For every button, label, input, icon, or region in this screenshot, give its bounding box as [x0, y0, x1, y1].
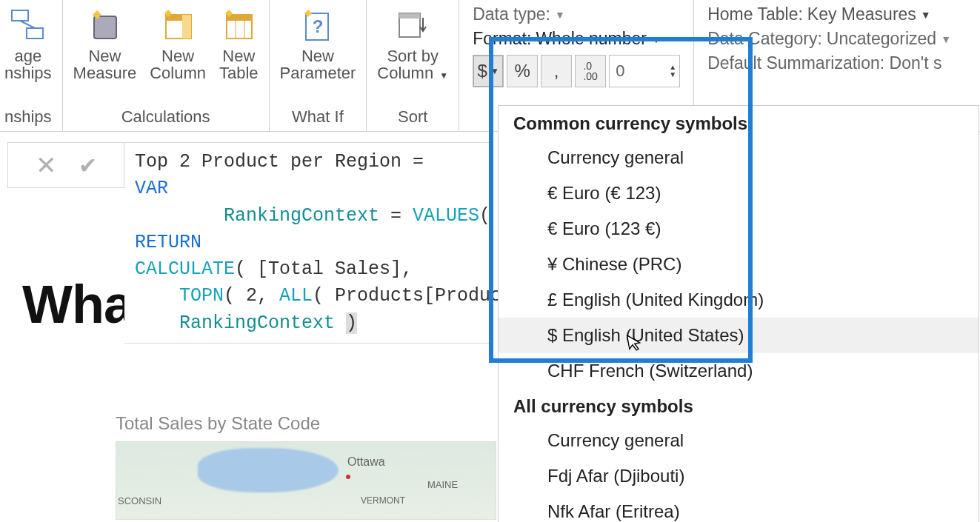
- label: Data type:: [473, 4, 550, 24]
- format-dropdown[interactable]: Format: Whole number ▼: [473, 29, 680, 49]
- sort-by-column-button[interactable]: Sort by Column ▼: [373, 3, 453, 84]
- sort-icon: [393, 6, 432, 44]
- formula-editor[interactable]: Top 2 Product per Region = VAR RankingCo…: [124, 142, 490, 344]
- spinner-arrows[interactable]: ▲▼: [669, 64, 676, 78]
- dropdown-item[interactable]: ¥ Chinese (PRC): [499, 247, 979, 282]
- label: nships: [4, 64, 52, 81]
- currency-dropdown: Common currency symbols Currency general…: [498, 105, 979, 522]
- manage-relationships-button[interactable]: age nships: [0, 3, 56, 84]
- label: Table: [219, 64, 259, 81]
- decimal-places-input[interactable]: 0 ▲▼: [609, 55, 680, 87]
- measure-icon: [85, 6, 124, 44]
- label: Format:: [473, 29, 531, 49]
- new-table-button[interactable]: New Table: [215, 3, 263, 84]
- label: Parameter: [280, 64, 356, 81]
- label: Column ▼: [377, 64, 448, 81]
- map-label: VERMONT: [361, 495, 405, 506]
- chevron-down-icon: ▼: [941, 33, 951, 45]
- ribbon-group-label: nships: [4, 107, 52, 130]
- label: Home Table:: [707, 4, 803, 24]
- svg-line-2: [20, 21, 35, 28]
- new-parameter-button[interactable]: ? New Parameter: [276, 3, 361, 84]
- map-label: SCONSIN: [118, 495, 161, 506]
- cancel-formula-button[interactable]: ✕: [36, 150, 56, 180]
- new-measure-button[interactable]: New Measure: [69, 3, 141, 84]
- dropdown-item[interactable]: € Euro (€ 123): [499, 175, 979, 211]
- label: New: [222, 47, 255, 64]
- dropdown-item[interactable]: Fdj Afar (Djibouti): [499, 458, 979, 494]
- svg-rect-0: [12, 10, 28, 21]
- dropdown-item[interactable]: $ English (United States): [499, 318, 979, 353]
- label: age: [14, 47, 41, 64]
- svg-rect-1: [27, 28, 43, 39]
- commit-formula-button[interactable]: ✔: [79, 153, 97, 178]
- relationships-icon: [9, 6, 47, 44]
- formula-bar-controls: ✕ ✔: [7, 142, 124, 188]
- dropdown-item[interactable]: CHF French (Switzerland): [499, 353, 979, 389]
- svg-rect-14: [399, 13, 420, 19]
- new-column-button[interactable]: New Column: [145, 3, 210, 84]
- thousand-sep-button[interactable]: ,: [541, 55, 572, 87]
- label: Measure: [73, 64, 137, 81]
- ribbon-group-label: What If: [292, 107, 344, 130]
- map-label: Ottawa: [347, 455, 385, 469]
- decimal-value: 0: [616, 61, 624, 81]
- currency-icon: $: [478, 61, 487, 81]
- percent-format-button[interactable]: %: [507, 55, 538, 87]
- chevron-down-icon: ▼: [555, 9, 565, 21]
- data-category-dropdown[interactable]: Data Category: Uncategorized ▼: [707, 29, 951, 49]
- decimals-button[interactable]: .0 .00: [575, 55, 606, 87]
- column-icon: [159, 6, 197, 44]
- home-table-dropdown[interactable]: Home Table: Key Measures ▼: [707, 4, 951, 24]
- default-summarization-dropdown[interactable]: Default Summarization: Don't s: [707, 53, 951, 73]
- svg-text:?: ?: [313, 16, 324, 36]
- map-label: MAINE: [427, 479, 458, 490]
- svg-rect-6: [182, 15, 191, 39]
- label: New: [301, 47, 334, 64]
- label: Data Category:: [707, 29, 822, 49]
- value: Uncategorized: [827, 29, 936, 49]
- label: Sort by: [387, 47, 439, 64]
- label: Column: [150, 64, 206, 81]
- value: Key Measures: [807, 4, 916, 24]
- format-value: Whole number: [536, 29, 647, 49]
- parameter-icon: ?: [299, 6, 337, 44]
- ribbon-group-label: Calculations: [121, 107, 210, 130]
- water-shape: [198, 448, 339, 492]
- label: Default Summarization: Don't s: [707, 53, 941, 73]
- dropdown-section-header: All currency symbols: [499, 389, 979, 423]
- dropdown-item[interactable]: Nfk Afar (Eritrea): [499, 494, 979, 522]
- svg-rect-3: [94, 16, 116, 39]
- dropdown-item[interactable]: Currency general: [499, 140, 979, 175]
- chevron-down-icon: ▼: [921, 9, 931, 21]
- dropdown-item[interactable]: Currency general: [499, 423, 979, 458]
- svg-rect-8: [227, 15, 252, 21]
- data-type-dropdown[interactable]: Data type: ▼: [473, 4, 680, 24]
- table-icon: [219, 6, 258, 44]
- map-canvas[interactable]: Ottawa MAINE VERMONT SCONSIN: [116, 441, 496, 520]
- label: New: [88, 47, 121, 64]
- ribbon-group-label: Sort: [398, 107, 427, 130]
- label: New: [161, 47, 194, 64]
- dropdown-item[interactable]: £ English (United Kingdom): [499, 282, 979, 318]
- map-marker: [346, 475, 350, 479]
- map-visual[interactable]: Total Sales by State Code Ottawa MAINE V…: [116, 413, 496, 520]
- chart-title: Total Sales by State Code: [116, 413, 496, 434]
- currency-format-button[interactable]: $ ▼: [473, 55, 504, 87]
- dropdown-item[interactable]: € Euro (123 €): [499, 211, 979, 247]
- chevron-down-icon: ▼: [651, 33, 661, 45]
- chevron-down-icon: ▼: [490, 66, 499, 76]
- dropdown-section-header: Common currency symbols: [499, 106, 979, 140]
- formula-bar: ✕ ✔ Top 2 Product per Region = VAR Ranki…: [7, 142, 490, 344]
